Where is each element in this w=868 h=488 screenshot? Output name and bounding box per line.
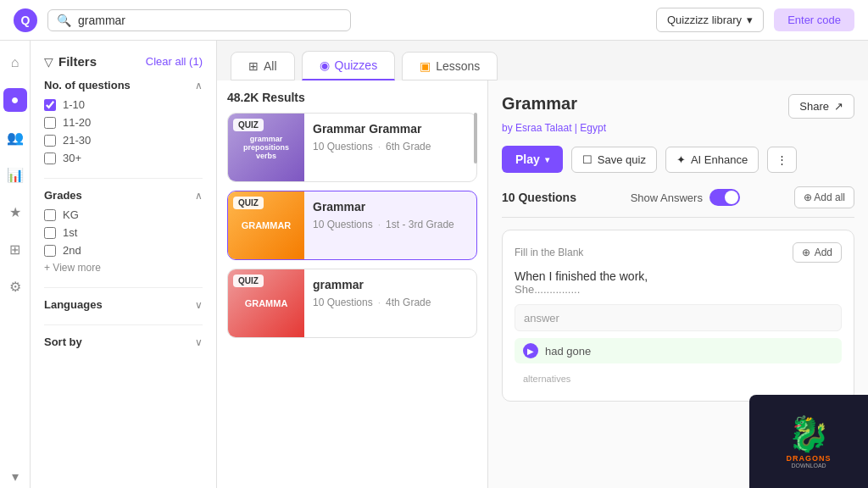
side-icon-search[interactable]: ● bbox=[3, 88, 27, 112]
q-type: Fill in the Blank bbox=[515, 247, 583, 258]
checkbox-1-10[interactable]: 1-10 bbox=[44, 98, 203, 111]
quiz-title-1: Grammar Grammar bbox=[313, 122, 468, 136]
detail-location: Egypt bbox=[580, 122, 606, 134]
dragon-subtext: DOWNLOAD bbox=[791, 463, 826, 469]
play-button[interactable]: Play ▾ bbox=[502, 146, 563, 173]
checkbox-1st[interactable]: 1st bbox=[44, 226, 203, 239]
q-add-button[interactable]: ⊕ Add bbox=[793, 242, 842, 263]
checkbox-1-10-input[interactable] bbox=[44, 99, 56, 111]
share-button[interactable]: Share ↗ bbox=[788, 94, 854, 119]
checkbox-11-20-input[interactable] bbox=[44, 117, 56, 129]
view-more-grades[interactable]: + View more bbox=[44, 262, 203, 274]
checkbox-21-30[interactable]: 21-30 bbox=[44, 134, 203, 147]
questions-chevron[interactable]: ∧ bbox=[195, 80, 203, 92]
action-row: Play ▾ ☐ Save quiz ✦ AI Enhance ⋮ bbox=[502, 146, 854, 173]
checkbox-11-20[interactable]: 11-20 bbox=[44, 116, 203, 129]
save-quiz-button[interactable]: ☐ Save quiz bbox=[571, 147, 657, 173]
results-list: 48.2K Results grammarprepositionsverbs Q… bbox=[217, 80, 488, 488]
side-icon-expand[interactable]: ▾ bbox=[3, 464, 27, 488]
languages-chevron[interactable]: ∨ bbox=[195, 299, 203, 311]
divider-3 bbox=[44, 324, 203, 325]
side-icon-star[interactable]: ★ bbox=[3, 200, 27, 224]
side-icon-people[interactable]: 👥 bbox=[3, 125, 27, 149]
q-header: Fill in the Blank ⊕ Add bbox=[515, 242, 842, 263]
q-add-icon: ⊕ bbox=[802, 247, 810, 258]
search-input[interactable] bbox=[78, 14, 342, 27]
quiz-badge-2: QUIZ bbox=[233, 197, 264, 209]
show-answers-wrap: Show Answers bbox=[631, 189, 740, 206]
quiz-card-2[interactable]: GRAMMAR QUIZ Grammar 10 Questions · 1st … bbox=[227, 191, 477, 260]
show-answers-label: Show Answers bbox=[631, 191, 703, 204]
side-icon-reports[interactable]: 📊 bbox=[3, 163, 27, 186]
filters-title: Filters bbox=[58, 54, 97, 69]
quiz-meta-2: 10 Questions · 1st - 3rd Grade bbox=[313, 219, 468, 230]
tab-lessons-icon: ▣ bbox=[420, 59, 431, 73]
questions-row: 10 Questions Show Answers ⊕ Add all bbox=[502, 186, 854, 218]
enter-code-button[interactable]: Enter code bbox=[774, 8, 854, 31]
questions-count: 10 Questions bbox=[502, 191, 576, 204]
checkbox-11-20-label: 11-20 bbox=[63, 116, 91, 129]
show-answers-toggle[interactable] bbox=[709, 189, 740, 206]
tab-quizzes-label: Quizzes bbox=[335, 58, 378, 72]
side-icons: ⌂ ● 👥 📊 ★ ⊞ ⚙ ▾ bbox=[0, 41, 31, 488]
quiz-questions-2: 10 Questions bbox=[313, 219, 373, 230]
tab-all[interactable]: ⊞ All bbox=[231, 52, 295, 80]
sort-by-chevron[interactable]: ∨ bbox=[195, 336, 203, 348]
filter-section-sort: Sort by ∨ bbox=[44, 336, 203, 348]
quiz-meta-3: 10 Questions · 4th Grade bbox=[313, 297, 468, 308]
tabs-row: ⊞ All ◉ Quizzes ▣ Lessons bbox=[217, 41, 868, 80]
tab-quizzes[interactable]: ◉ Quizzes bbox=[302, 51, 396, 80]
checkbox-30plus[interactable]: 30+ bbox=[44, 152, 203, 164]
checkbox-1st-input[interactable] bbox=[44, 227, 56, 239]
grades-chevron[interactable]: ∧ bbox=[195, 190, 203, 202]
checkbox-1-10-label: 1-10 bbox=[63, 98, 85, 111]
quiz-title-2: Grammar bbox=[313, 200, 468, 214]
detail-author: by Esraa Talaat bbox=[502, 122, 572, 134]
more-button[interactable]: ⋮ bbox=[767, 147, 797, 173]
correct-icon: ▶ bbox=[523, 343, 538, 358]
side-icon-settings[interactable]: ⚙ bbox=[3, 274, 27, 298]
answer-placeholder: answer bbox=[524, 312, 559, 324]
quiz-info-1: Grammar Grammar 10 Questions · 6th Grade bbox=[304, 114, 476, 181]
results-count: 48.2K Results bbox=[227, 91, 477, 104]
checkbox-2nd-input[interactable] bbox=[44, 245, 56, 257]
save-label: Save quiz bbox=[598, 153, 646, 166]
quiz-title-3: grammar bbox=[313, 278, 468, 291]
clear-all-button[interactable]: Clear all (1) bbox=[146, 55, 203, 68]
checkbox-30plus-input[interactable] bbox=[44, 152, 56, 164]
quiz-grade-1: 6th Grade bbox=[386, 141, 431, 152]
quiz-questions-1: 10 Questions bbox=[313, 141, 373, 152]
quiz-info-2: Grammar 10 Questions · 1st - 3rd Grade bbox=[304, 191, 476, 259]
checkbox-2nd[interactable]: 2nd bbox=[44, 244, 203, 257]
side-icon-grid[interactable]: ⊞ bbox=[3, 237, 27, 261]
languages-row[interactable]: Languages ∨ bbox=[44, 298, 203, 311]
divider-1 bbox=[44, 178, 203, 179]
q-line-1: When I finished the work, bbox=[515, 269, 842, 283]
languages-title: Languages bbox=[44, 298, 103, 311]
questions-title: No. of questions bbox=[44, 79, 131, 92]
more-icon: ⋮ bbox=[776, 153, 787, 166]
library-button[interactable]: Quizzizz library ▾ bbox=[656, 8, 764, 32]
tab-lessons[interactable]: ▣ Lessons bbox=[402, 52, 498, 80]
topnav: Q 🔍 Quizzizz library ▾ Enter code bbox=[0, 0, 868, 41]
tab-lessons-label: Lessons bbox=[436, 59, 480, 73]
divider-2 bbox=[44, 287, 203, 288]
checkbox-kg-label: KG bbox=[63, 208, 79, 221]
quiz-card-3[interactable]: GRAMMA QUIZ grammar 10 Questions · 4th G… bbox=[227, 269, 477, 338]
checkbox-kg[interactable]: KG bbox=[44, 208, 203, 221]
checkbox-21-30-label: 21-30 bbox=[63, 134, 91, 147]
thumb-text-2: GRAMMAR bbox=[242, 220, 292, 230]
ai-enhance-button[interactable]: ✦ AI Enhance bbox=[665, 147, 759, 173]
logo-letter: Q bbox=[21, 14, 31, 27]
checkbox-21-30-input[interactable] bbox=[44, 135, 56, 147]
side-icon-home[interactable]: ⌂ bbox=[3, 51, 27, 75]
filters-panel: ▽ Filters Clear all (1) No. of questions… bbox=[31, 41, 217, 488]
add-all-button[interactable]: ⊕ Add all bbox=[794, 186, 854, 208]
q-add-label: Add bbox=[815, 247, 832, 258]
search-bar: 🔍 bbox=[47, 9, 351, 31]
logo[interactable]: Q bbox=[14, 8, 37, 32]
sort-by-row[interactable]: Sort by ∨ bbox=[44, 336, 203, 348]
scroll-indicator bbox=[474, 113, 477, 164]
quiz-card-1[interactable]: grammarprepositionsverbs QUIZ Grammar Gr… bbox=[227, 113, 477, 182]
checkbox-kg-input[interactable] bbox=[44, 209, 56, 221]
